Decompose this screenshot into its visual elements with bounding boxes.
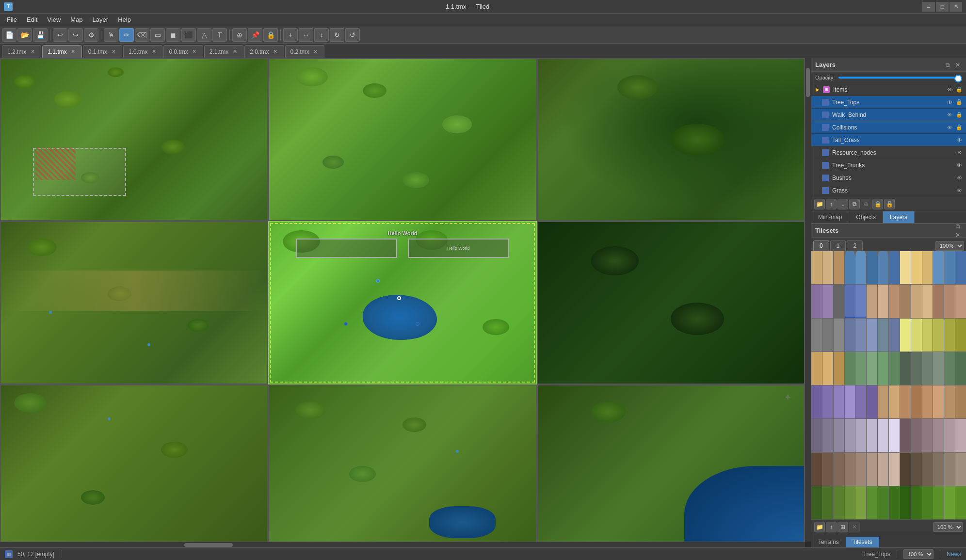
- layer-lock-walk-behind[interactable]: 🔒: [955, 111, 963, 119]
- layer-tree-trunks[interactable]: Tree_Trunks 👁: [811, 159, 966, 172]
- object-select[interactable]: ⊕: [232, 28, 247, 42]
- layer-collisions[interactable]: Collisions 👁 🔒: [811, 121, 966, 134]
- tab-1-1[interactable]: 1.1.tmx ✕: [42, 45, 81, 58]
- layer-tall-grass[interactable]: Tall_Grass 👁: [811, 134, 966, 146]
- hscroll-thumb[interactable]: [184, 543, 233, 547]
- layer-bushes[interactable]: Bushes 👁: [811, 172, 966, 184]
- layer-grass[interactable]: Grass 👁: [811, 184, 966, 197]
- rotate-ccw[interactable]: ↺: [345, 28, 360, 42]
- tileset-zoom-select[interactable]: 100 %: [933, 522, 963, 532]
- duplicate-layer[interactable]: ⧉: [849, 199, 860, 209]
- map-tile-2-1[interactable]: [268, 384, 536, 547]
- vscroll-thumb[interactable]: [806, 68, 810, 97]
- lock-tool[interactable]: 🔒: [263, 28, 278, 42]
- unlock-layer[interactable]: 🔓: [884, 199, 895, 209]
- map-vscrollbar[interactable]: [805, 58, 811, 542]
- map-tile-2-0[interactable]: [0, 384, 268, 547]
- minimize-button[interactable]: –: [922, 2, 935, 12]
- open-button[interactable]: 📂: [17, 28, 32, 42]
- map-tile-0-0[interactable]: [0, 58, 268, 221]
- menu-help[interactable]: Help: [113, 15, 136, 24]
- cursor-tool[interactable]: 🖱: [104, 28, 118, 42]
- layer-visibility-items[interactable]: 👁: [946, 86, 953, 94]
- tab-0-2[interactable]: 0.2.tmx ✕: [285, 45, 324, 58]
- layer-resource-nodes[interactable]: Resource_nodes 👁: [811, 146, 966, 159]
- maximize-button[interactable]: □: [936, 2, 949, 12]
- move-layer-up[interactable]: ↑: [826, 199, 837, 209]
- rotate-cw[interactable]: ↻: [330, 28, 344, 42]
- map-tile-1-2[interactable]: [537, 221, 805, 384]
- tab-2-1[interactable]: 2.1.tmx ✕: [204, 45, 243, 58]
- lock-layer[interactable]: 🔒: [872, 199, 883, 209]
- tileset-tab-1[interactable]: 1: [830, 240, 846, 251]
- new-button[interactable]: 📄: [2, 28, 16, 42]
- tab-objects[interactable]: Objects: [849, 211, 883, 223]
- map-tile-1-0[interactable]: [0, 221, 268, 384]
- layer-visibility-tree-trunks[interactable]: 👁: [955, 161, 963, 169]
- menu-view[interactable]: View: [42, 15, 65, 24]
- layer-visibility-walk-behind[interactable]: 👁: [946, 111, 953, 119]
- save-button[interactable]: 💾: [33, 28, 48, 42]
- tilesets-float-button[interactable]: ⧉: [953, 222, 962, 231]
- layer-lock-tree-tops[interactable]: 🔒: [955, 98, 963, 106]
- layer-items[interactable]: ▶ ⊞ Items 👁 🔒: [811, 83, 966, 96]
- flip-h[interactable]: ↔: [299, 28, 313, 42]
- text-tool[interactable]: T: [212, 28, 227, 42]
- map-viewport[interactable]: Hello World Hello World: [0, 58, 811, 547]
- tileset-scale-select[interactable]: 100%: [935, 241, 964, 251]
- tab-1-0[interactable]: 1.0.tmx ✕: [123, 45, 162, 58]
- tab-layers[interactable]: Layers: [883, 211, 915, 223]
- shape-tool[interactable]: △: [197, 28, 211, 42]
- map-tile-0-1[interactable]: [268, 58, 536, 221]
- layers-close-button[interactable]: ✕: [953, 61, 962, 69]
- layer-visibility-tree-tops[interactable]: 👁: [946, 98, 953, 106]
- layer-visibility-grass[interactable]: 👁: [955, 187, 963, 194]
- menu-layer[interactable]: Layer: [88, 15, 113, 24]
- add-layer-button[interactable]: 📁: [814, 199, 825, 209]
- tab-close[interactable]: ✕: [150, 48, 157, 55]
- tileset-canvas[interactable]: [811, 251, 966, 519]
- tab-2-0[interactable]: 2.0.tmx ✕: [244, 45, 284, 58]
- tab-close[interactable]: ✕: [231, 48, 238, 55]
- fill-tool[interactable]: ◼: [166, 28, 180, 42]
- map-tile-2-2[interactable]: ✛: [537, 384, 805, 547]
- layer-visibility-resource-nodes[interactable]: 👁: [955, 149, 963, 157]
- map-tile-1-1-active[interactable]: Hello World Hello World: [268, 221, 536, 384]
- tab-close[interactable]: ✕: [312, 48, 319, 55]
- layer-visibility-collisions[interactable]: 👁: [946, 124, 953, 131]
- tileset-up[interactable]: ↑: [826, 522, 837, 532]
- layer-lock-items[interactable]: 🔒: [955, 86, 963, 94]
- tab-close[interactable]: ✕: [70, 48, 77, 55]
- move-layer-down[interactable]: ↓: [837, 199, 848, 209]
- add-tileset-button[interactable]: 📁: [814, 522, 825, 532]
- close-button[interactable]: ✕: [950, 2, 962, 12]
- tileset-embed[interactable]: ⊞: [837, 522, 848, 532]
- tab-tilesets[interactable]: Tilesets: [846, 537, 879, 547]
- tileset-tab-2[interactable]: 2: [847, 240, 863, 251]
- layer-visibility-tall-grass[interactable]: 👁: [955, 136, 963, 144]
- menu-edit[interactable]: Edit: [22, 15, 42, 24]
- tab-1-2[interactable]: 1.2.tmx ✕: [2, 45, 41, 58]
- pin-tool[interactable]: 📌: [248, 28, 262, 42]
- layer-walk-behind[interactable]: Walk_Behind 👁 🔒: [811, 109, 966, 121]
- tileset-remove[interactable]: ✕: [849, 522, 860, 532]
- map-tile-0-2[interactable]: [537, 58, 805, 221]
- opacity-slider[interactable]: [838, 77, 962, 79]
- pencil-tool[interactable]: ✏: [119, 28, 134, 42]
- rect-select-tool[interactable]: ▭: [150, 28, 165, 42]
- settings-button[interactable]: ⚙: [84, 28, 98, 42]
- menu-map[interactable]: Map: [65, 15, 87, 24]
- tab-terrains[interactable]: Terrains: [811, 537, 846, 547]
- layer-tree-tops[interactable]: Tree_Tops 👁 🔒: [811, 96, 966, 109]
- tab-0-0[interactable]: 0.0.tmx ✕: [163, 45, 203, 58]
- redo-button[interactable]: ↪: [68, 28, 83, 42]
- tab-0-1[interactable]: 0.1.tmx ✕: [83, 45, 122, 58]
- tileset-tab-0[interactable]: 0: [813, 240, 829, 251]
- layer-lock-collisions[interactable]: 🔒: [955, 124, 963, 131]
- tab-minimap[interactable]: Mini-map: [811, 211, 849, 223]
- undo-button[interactable]: ↩: [53, 28, 67, 42]
- eraser-tool[interactable]: ⌫: [135, 28, 149, 42]
- tab-close[interactable]: ✕: [191, 48, 198, 55]
- merge-layer[interactable]: ⊕: [861, 199, 871, 209]
- stamp-tool[interactable]: ⬛: [181, 28, 196, 42]
